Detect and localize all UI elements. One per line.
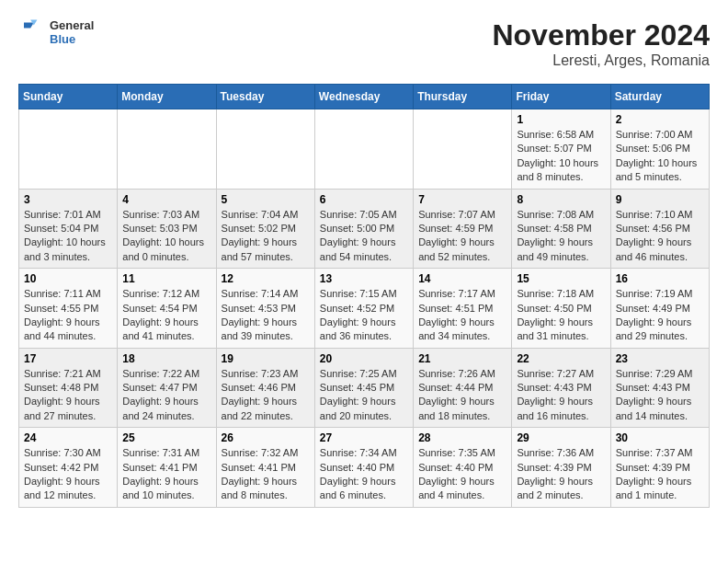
day-number: 1 — [517, 113, 605, 126]
day-number: 18 — [122, 352, 210, 365]
day-info: Sunrise: 7:00 AM Sunset: 5:06 PM Dayligh… — [616, 128, 704, 185]
day-number: 6 — [320, 193, 408, 206]
weekday-header: Saturday — [610, 85, 709, 109]
calendar-day-cell — [414, 109, 512, 190]
day-info: Sunrise: 7:15 AM Sunset: 4:52 PM Dayligh… — [320, 287, 408, 344]
day-info: Sunrise: 7:10 AM Sunset: 4:56 PM Dayligh… — [616, 208, 704, 265]
calendar-week-row: 24Sunrise: 7:30 AM Sunset: 4:42 PM Dayli… — [19, 428, 710, 508]
weekday-header: Monday — [118, 85, 216, 109]
day-number: 15 — [517, 272, 605, 285]
calendar-week-row: 10Sunrise: 7:11 AM Sunset: 4:55 PM Dayli… — [19, 269, 710, 349]
day-info: Sunrise: 7:21 AM Sunset: 4:48 PM Dayligh… — [24, 367, 112, 424]
day-number: 20 — [320, 352, 408, 365]
day-number: 23 — [616, 352, 704, 365]
calendar-day-cell: 19Sunrise: 7:23 AM Sunset: 4:46 PM Dayli… — [216, 348, 314, 428]
weekday-header: Tuesday — [216, 85, 314, 109]
calendar-day-cell: 10Sunrise: 7:11 AM Sunset: 4:55 PM Dayli… — [19, 269, 118, 349]
calendar-body: 1Sunrise: 6:58 AM Sunset: 5:07 PM Daylig… — [19, 109, 710, 508]
logo-general: General — [50, 18, 94, 32]
calendar-subtitle: Leresti, Arges, Romania — [492, 52, 710, 69]
day-info: Sunrise: 7:34 AM Sunset: 4:40 PM Dayligh… — [320, 446, 408, 503]
day-number: 13 — [320, 272, 408, 285]
calendar-day-cell: 2Sunrise: 7:00 AM Sunset: 5:06 PM Daylig… — [610, 109, 709, 190]
day-info: Sunrise: 7:25 AM Sunset: 4:45 PM Dayligh… — [320, 367, 408, 424]
day-number: 14 — [418, 272, 506, 285]
logo-icon — [18, 18, 46, 46]
day-number: 29 — [517, 431, 605, 444]
day-number: 10 — [24, 272, 112, 285]
calendar-day-cell: 7Sunrise: 7:07 AM Sunset: 4:59 PM Daylig… — [414, 189, 512, 269]
calendar-day-cell: 26Sunrise: 7:32 AM Sunset: 4:41 PM Dayli… — [216, 428, 314, 508]
calendar-day-cell: 4Sunrise: 7:03 AM Sunset: 5:03 PM Daylig… — [118, 189, 216, 269]
weekday-header: Thursday — [414, 85, 512, 109]
header-row: SundayMondayTuesdayWednesdayThursdayFrid… — [19, 85, 710, 109]
day-info: Sunrise: 7:36 AM Sunset: 4:39 PM Dayligh… — [517, 446, 605, 503]
day-info: Sunrise: 7:26 AM Sunset: 4:44 PM Dayligh… — [418, 367, 506, 424]
day-info: Sunrise: 7:03 AM Sunset: 5:03 PM Dayligh… — [122, 208, 210, 265]
day-number: 4 — [122, 193, 210, 206]
day-info: Sunrise: 7:35 AM Sunset: 4:40 PM Dayligh… — [418, 446, 506, 503]
day-info: Sunrise: 7:27 AM Sunset: 4:43 PM Dayligh… — [517, 367, 605, 424]
calendar-day-cell: 18Sunrise: 7:22 AM Sunset: 4:47 PM Dayli… — [118, 348, 216, 428]
weekday-header: Sunday — [19, 85, 118, 109]
day-info: Sunrise: 7:04 AM Sunset: 5:02 PM Dayligh… — [222, 208, 310, 265]
day-number: 5 — [222, 193, 310, 206]
day-number: 2 — [616, 113, 704, 126]
calendar-day-cell: 15Sunrise: 7:18 AM Sunset: 4:50 PM Dayli… — [512, 269, 610, 349]
calendar-table: SundayMondayTuesdayWednesdayThursdayFrid… — [18, 84, 710, 508]
calendar-day-cell: 14Sunrise: 7:17 AM Sunset: 4:51 PM Dayli… — [414, 269, 512, 349]
calendar-day-cell: 22Sunrise: 7:27 AM Sunset: 4:43 PM Dayli… — [512, 348, 610, 428]
day-number: 27 — [320, 431, 408, 444]
calendar-title: November 2024 — [492, 18, 710, 52]
day-number: 21 — [418, 352, 506, 365]
calendar-day-cell: 6Sunrise: 7:05 AM Sunset: 5:00 PM Daylig… — [314, 189, 413, 269]
calendar-day-cell: 16Sunrise: 7:19 AM Sunset: 4:49 PM Dayli… — [610, 269, 709, 349]
day-number: 30 — [616, 431, 704, 444]
calendar-day-cell: 17Sunrise: 7:21 AM Sunset: 4:48 PM Dayli… — [19, 348, 118, 428]
calendar-week-row: 3Sunrise: 7:01 AM Sunset: 5:04 PM Daylig… — [19, 189, 710, 269]
logo: General Blue — [18, 18, 94, 46]
day-number: 28 — [418, 431, 506, 444]
day-number: 7 — [418, 193, 506, 206]
day-number: 19 — [222, 352, 310, 365]
day-info: Sunrise: 7:08 AM Sunset: 4:58 PM Dayligh… — [517, 208, 605, 265]
day-info: Sunrise: 7:01 AM Sunset: 5:04 PM Dayligh… — [24, 208, 112, 265]
day-info: Sunrise: 7:17 AM Sunset: 4:51 PM Dayligh… — [418, 287, 506, 344]
calendar-day-cell: 24Sunrise: 7:30 AM Sunset: 4:42 PM Dayli… — [19, 428, 118, 508]
day-info: Sunrise: 7:19 AM Sunset: 4:49 PM Dayligh… — [616, 287, 704, 344]
day-info: Sunrise: 7:12 AM Sunset: 4:54 PM Dayligh… — [122, 287, 210, 344]
day-number: 16 — [616, 272, 704, 285]
calendar-header: SundayMondayTuesdayWednesdayThursdayFrid… — [19, 85, 710, 109]
calendar-day-cell — [19, 109, 118, 190]
day-number: 22 — [517, 352, 605, 365]
calendar-day-cell — [118, 109, 216, 190]
calendar-day-cell: 9Sunrise: 7:10 AM Sunset: 4:56 PM Daylig… — [610, 189, 709, 269]
day-info: Sunrise: 7:07 AM Sunset: 4:59 PM Dayligh… — [418, 208, 506, 265]
calendar-day-cell — [314, 109, 413, 190]
day-number: 12 — [222, 272, 310, 285]
calendar-day-cell: 11Sunrise: 7:12 AM Sunset: 4:54 PM Dayli… — [118, 269, 216, 349]
calendar-day-cell: 25Sunrise: 7:31 AM Sunset: 4:41 PM Dayli… — [118, 428, 216, 508]
calendar-day-cell: 5Sunrise: 7:04 AM Sunset: 5:02 PM Daylig… — [216, 189, 314, 269]
calendar-day-cell: 20Sunrise: 7:25 AM Sunset: 4:45 PM Dayli… — [314, 348, 413, 428]
day-number: 26 — [222, 431, 310, 444]
day-info: Sunrise: 7:23 AM Sunset: 4:46 PM Dayligh… — [222, 367, 310, 424]
logo-text: General Blue — [50, 18, 94, 46]
day-info: Sunrise: 7:11 AM Sunset: 4:55 PM Dayligh… — [24, 287, 112, 344]
page-header: General Blue November 2024 Leresti, Arge… — [18, 18, 710, 69]
day-info: Sunrise: 7:29 AM Sunset: 4:43 PM Dayligh… — [616, 367, 704, 424]
calendar-day-cell: 23Sunrise: 7:29 AM Sunset: 4:43 PM Dayli… — [610, 348, 709, 428]
day-number: 17 — [24, 352, 112, 365]
day-info: Sunrise: 7:18 AM Sunset: 4:50 PM Dayligh… — [517, 287, 605, 344]
calendar-week-row: 17Sunrise: 7:21 AM Sunset: 4:48 PM Dayli… — [19, 348, 710, 428]
weekday-header: Wednesday — [314, 85, 413, 109]
day-number: 3 — [24, 193, 112, 206]
logo-blue: Blue — [50, 32, 94, 46]
day-number: 9 — [616, 193, 704, 206]
day-info: Sunrise: 7:05 AM Sunset: 5:00 PM Dayligh… — [320, 208, 408, 265]
day-info: Sunrise: 7:30 AM Sunset: 4:42 PM Dayligh… — [24, 446, 112, 503]
day-info: Sunrise: 7:32 AM Sunset: 4:41 PM Dayligh… — [222, 446, 310, 503]
calendar-day-cell: 21Sunrise: 7:26 AM Sunset: 4:44 PM Dayli… — [414, 348, 512, 428]
day-info: Sunrise: 7:22 AM Sunset: 4:47 PM Dayligh… — [122, 367, 210, 424]
calendar-day-cell: 12Sunrise: 7:14 AM Sunset: 4:53 PM Dayli… — [216, 269, 314, 349]
